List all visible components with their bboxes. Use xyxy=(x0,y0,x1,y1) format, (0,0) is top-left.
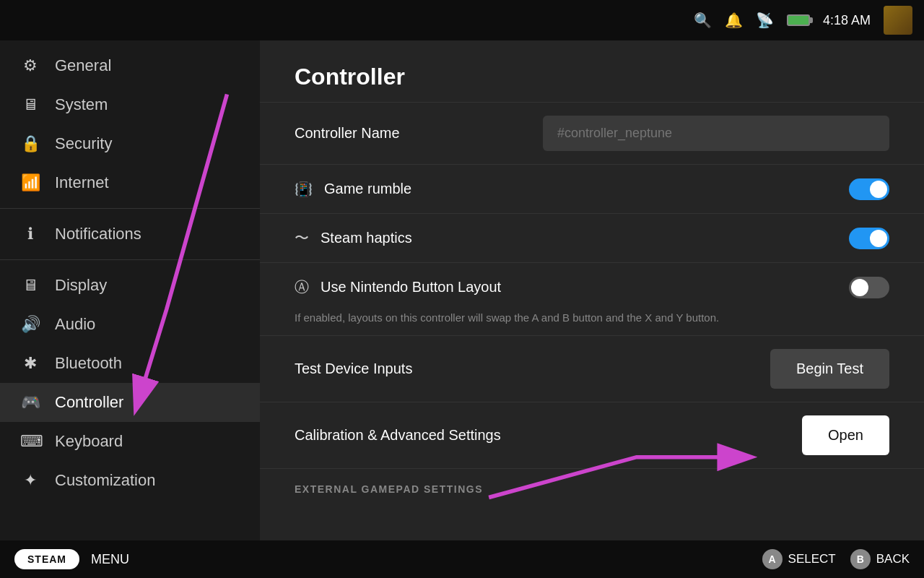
external-section-header: EXTERNAL GAMEPAD SETTINGS xyxy=(260,468,924,501)
sidebar-divider-2 xyxy=(0,259,260,260)
nintendo-layout-label: Use Nintendo Button Layout xyxy=(321,279,501,296)
back-label: BACK xyxy=(876,552,910,566)
game-rumble-label-group: 📳 Game rumble xyxy=(295,181,849,198)
page-title: Controller xyxy=(260,40,924,102)
steam-haptics-toggle-knob xyxy=(870,230,887,247)
steam-haptics-toggle[interactable] xyxy=(849,228,889,249)
sidebar-item-controller[interactable]: 🎮 Controller xyxy=(0,383,260,422)
layout: ⚙ General 🖥 System 🔒 Security 📶 Internet… xyxy=(0,40,924,540)
nintendo-layout-hint: If enabled, layouts on this controller w… xyxy=(260,311,924,335)
rumble-icon: 📳 xyxy=(295,181,313,198)
menu-label: MENU xyxy=(91,552,129,567)
open-button[interactable]: Open xyxy=(802,415,889,455)
bottombar: STEAM MENU A SELECT B BACK xyxy=(0,540,924,578)
steam-haptics-label-group: 〜 Steam haptics xyxy=(295,228,849,248)
lock-icon: 🔒 xyxy=(20,134,40,153)
select-label: SELECT xyxy=(788,552,836,566)
customization-icon: ✦ xyxy=(20,471,40,490)
sidebar-item-security[interactable]: 🔒 Security xyxy=(0,124,260,163)
monitor-icon: 🖥 xyxy=(20,95,40,114)
calibration-row: Calibration & Advanced Settings Open xyxy=(260,402,924,468)
controller-name-row: Controller Name xyxy=(260,102,924,164)
calibration-label: Calibration & Advanced Settings xyxy=(295,427,802,444)
controller-name-label: Controller Name xyxy=(295,125,543,142)
sidebar-item-notifications[interactable]: ℹ Notifications xyxy=(0,215,260,254)
clock: 4:18 AM xyxy=(823,13,871,28)
steam-button[interactable]: STEAM xyxy=(14,549,79,569)
sidebar: ⚙ General 🖥 System 🔒 Security 📶 Internet… xyxy=(0,40,260,540)
topbar: 🔍 🔔 📡 4:18 AM xyxy=(0,0,924,40)
test-device-label: Test Device Inputs xyxy=(295,361,770,377)
game-rumble-row: 📳 Game rumble xyxy=(260,164,924,213)
test-device-row: Test Device Inputs Begin Test xyxy=(260,335,924,402)
main-content: Controller Controller Name 📳 Game rumble… xyxy=(260,40,924,540)
begin-test-button[interactable]: Begin Test xyxy=(770,349,889,389)
back-action: B BACK xyxy=(850,549,910,569)
nintendo-layout-label-group: Ⓐ Use Nintendo Button Layout xyxy=(295,277,849,297)
a-button-circle[interactable]: A xyxy=(762,549,783,569)
keyboard-icon: ⌨ xyxy=(20,432,40,451)
nintendo-icon: Ⓐ xyxy=(295,277,309,297)
game-rumble-label: Game rumble xyxy=(324,181,411,197)
bottombar-actions: A SELECT B BACK xyxy=(762,549,910,569)
game-rumble-toggle-knob xyxy=(870,181,887,198)
cast-icon[interactable]: 📡 xyxy=(756,12,774,29)
sidebar-item-display[interactable]: 🖥 Display xyxy=(0,266,260,305)
bell-icon[interactable]: 🔔 xyxy=(725,12,743,29)
b-button-circle[interactable]: B xyxy=(850,549,871,569)
display-icon: 🖥 xyxy=(20,276,40,295)
sidebar-item-keyboard[interactable]: ⌨ Keyboard xyxy=(0,422,260,461)
nintendo-layout-row: Ⓐ Use Nintendo Button Layout xyxy=(260,262,924,311)
steam-haptics-row: 〜 Steam haptics xyxy=(260,213,924,262)
search-icon[interactable]: 🔍 xyxy=(694,12,712,29)
avatar[interactable] xyxy=(884,6,912,35)
nintendo-layout-toggle[interactable] xyxy=(849,277,889,298)
sidebar-item-general[interactable]: ⚙ General xyxy=(0,46,260,85)
sidebar-divider-1 xyxy=(0,208,260,209)
battery-icon xyxy=(787,14,810,26)
avatar-image xyxy=(884,6,912,35)
sidebar-item-bluetooth[interactable]: ✱ Bluetooth xyxy=(0,344,260,383)
controller-name-input[interactable] xyxy=(543,116,889,151)
sidebar-item-customization[interactable]: ✦ Customization xyxy=(0,461,260,500)
game-rumble-toggle[interactable] xyxy=(849,178,889,200)
sidebar-item-internet[interactable]: 📶 Internet xyxy=(0,163,260,202)
controller-icon: 🎮 xyxy=(20,393,40,412)
haptics-icon: 〜 xyxy=(295,228,309,248)
nintendo-layout-toggle-knob xyxy=(851,279,868,296)
sidebar-item-audio[interactable]: 🔊 Audio xyxy=(0,305,260,344)
info-icon: ℹ xyxy=(20,225,40,243)
audio-icon: 🔊 xyxy=(20,315,40,334)
select-action: A SELECT xyxy=(762,549,836,569)
bluetooth-icon: ✱ xyxy=(20,354,40,373)
sidebar-item-system[interactable]: 🖥 System xyxy=(0,85,260,124)
gear-icon: ⚙ xyxy=(20,56,40,75)
wifi-icon: 📶 xyxy=(20,173,40,192)
steam-haptics-label: Steam haptics xyxy=(321,230,412,246)
